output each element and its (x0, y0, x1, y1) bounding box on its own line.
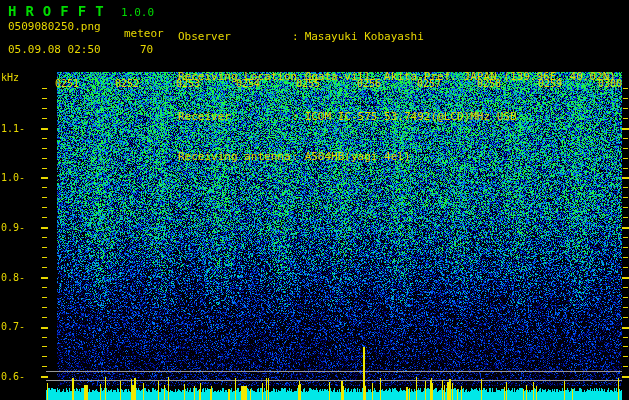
y-tick-label: 1.0 (1, 172, 29, 183)
y-tick-label: 0.8 (1, 272, 29, 283)
station-row: Receiver:ICOM IC-575 53.7492(@LCD)MHz US… (178, 110, 616, 123)
colon: : (292, 30, 299, 43)
station-info: Observer:Masayuki Kobayashi Receiving Lo… (178, 3, 616, 191)
output-filename: 0509080250.png (8, 20, 101, 33)
y-tick-label: 1.1 (1, 123, 29, 134)
capture-datetime: 05.09.08 02:50 (8, 43, 101, 56)
x-time-label: 0254 (236, 78, 260, 89)
station-row-value: Masayuki Kobayashi (305, 30, 424, 43)
station-row-label: Observer (178, 30, 292, 43)
station-row-value: Ogata-vill. Akita-Pref. JAPAN (139.96E, … (305, 70, 616, 83)
x-time-label: 0252 (115, 78, 139, 89)
station-row-label: Receiver (178, 110, 292, 123)
station-row-value: ICOM IC-575 53.7492(@LCD)MHz USB (305, 110, 517, 123)
x-time-label: 0300 (598, 78, 622, 89)
x-time-label: 0253 (176, 78, 200, 89)
station-row: Observer:Masayuki Kobayashi (178, 30, 616, 43)
station-row-label: Receiving antenna (178, 150, 292, 163)
x-time-label: 0259 (538, 78, 562, 89)
colon: : (292, 110, 299, 123)
x-time-label: 0251 (55, 78, 79, 89)
observation-mode: meteor (124, 27, 164, 40)
app-version: 1.0.0 (121, 6, 154, 19)
app-title: HROFFT (8, 3, 113, 19)
colon: : (292, 150, 299, 163)
hrofft-screen: HROFFT 1.0.0 0509080250.png meteor 05.09… (0, 0, 629, 400)
y-tick-label: 0.7 (1, 321, 29, 332)
station-row-value: A504HB(yagi 4el) (305, 150, 411, 163)
y-tick-label: 0.9 (1, 222, 29, 233)
x-time-label: 0257 (417, 78, 441, 89)
station-row: Receiving antenna:A504HB(yagi 4el) (178, 150, 616, 163)
y-tick-label: 0.6 (1, 371, 29, 382)
y-axis-unit: kHz (1, 72, 19, 83)
x-time-label: 0258 (477, 78, 501, 89)
echo-count: 70 (140, 43, 153, 56)
x-time-label: 0255 (296, 78, 320, 89)
x-time-label: 0256 (357, 78, 381, 89)
